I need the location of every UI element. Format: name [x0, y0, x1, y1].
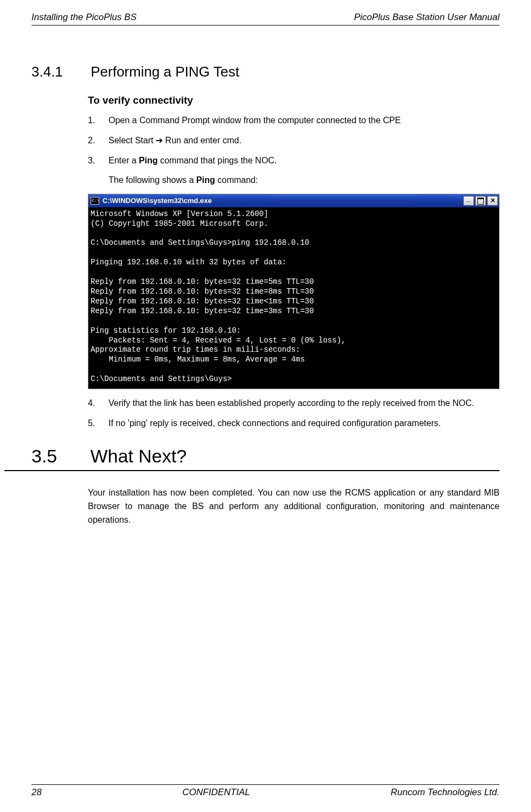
step-followup: The following shows a Ping command: [108, 174, 500, 186]
section-number: 3.5 [31, 446, 88, 467]
close-icon[interactable] [487, 196, 498, 206]
bold-text: Ping [139, 156, 158, 165]
step-text: Select Start ➔ Run and enter cmd. [108, 136, 241, 145]
step-item: Enter a Ping command that pings the NOC.… [88, 154, 500, 186]
step-item: Open a Command Prompt window from the co… [88, 114, 500, 126]
step-item: Verify that the link has been establishe… [88, 397, 500, 409]
footer-center: CONFIDENTIAL [182, 787, 250, 798]
footer-page-number: 28 [31, 787, 42, 798]
page-header: Installing the PicoPlus BS PicoPlus Base… [31, 12, 500, 26]
step-text: Open a Command Prompt window from the co… [108, 116, 401, 125]
header-left: Installing the PicoPlus BS [31, 12, 137, 23]
terminal-output: Microsoft Windows XP [Version 5.1.2600] … [88, 207, 499, 389]
steps-list: Open a Command Prompt window from the co… [88, 114, 500, 186]
steps-list-cont: Verify that the link has been establishe… [88, 397, 500, 429]
section-35-body: Your installation has now been completed… [88, 486, 500, 526]
maximize-icon[interactable] [475, 196, 486, 206]
terminal-screenshot: C:\WINDOWS\system32\cmd.exe Microsoft Wi… [88, 194, 500, 389]
section-341-heading: 3.4.1 Performing a PING Test [4, 64, 500, 80]
cmd-icon [91, 197, 99, 205]
header-right: PicoPlus Base Station User Manual [354, 12, 500, 23]
footer-right: Runcom Technologies Ltd. [391, 787, 500, 798]
step-item: Select Start ➔ Run and enter cmd. [88, 134, 500, 147]
section-title: Performing a PING Test [91, 64, 239, 80]
subheading-verify: To verify connectivity [88, 94, 500, 106]
minimize-icon[interactable] [463, 196, 474, 206]
bold-text: Ping [196, 175, 215, 185]
section-title: What Next? [90, 446, 187, 466]
section-35-heading: 3.5 What Next? [4, 446, 500, 471]
step-item: If no 'ping' reply is received, check co… [88, 417, 500, 429]
window-title: C:\WINDOWS\system32\cmd.exe [103, 196, 212, 205]
arrow-icon: ➔ [156, 136, 163, 145]
window-title-bar: C:\WINDOWS\system32\cmd.exe [88, 194, 499, 207]
step-text: Enter a Ping command that pings the NOC. [108, 156, 277, 165]
section-number: 3.4.1 [31, 64, 88, 80]
step-text: If no 'ping' reply is received, check co… [108, 418, 441, 428]
step-text: Verify that the link has been establishe… [108, 398, 474, 408]
page-footer: 28 CONFIDENTIAL Runcom Technologies Ltd. [31, 784, 500, 798]
